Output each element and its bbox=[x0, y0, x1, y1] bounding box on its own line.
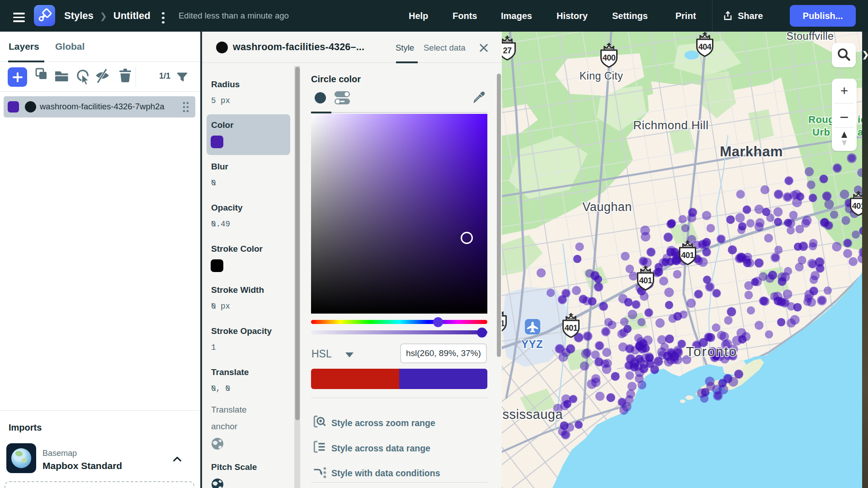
svg-text:YYZ: YYZ bbox=[521, 338, 543, 350]
svg-text:Vaughan: Vaughan bbox=[582, 200, 632, 214]
svg-text:401: 401 bbox=[565, 324, 578, 333]
svg-text:Mississauga: Mississauga bbox=[502, 407, 563, 422]
svg-text:Markham: Markham bbox=[720, 144, 783, 160]
svg-text:King City: King City bbox=[580, 70, 623, 82]
svg-text:401: 401 bbox=[639, 276, 652, 285]
svg-text:27: 27 bbox=[503, 46, 512, 55]
svg-text:401: 401 bbox=[681, 251, 694, 260]
svg-text:Richmond Hill: Richmond Hill bbox=[633, 118, 709, 132]
svg-text:Toronto: Toronto bbox=[686, 344, 737, 359]
svg-text:401: 401 bbox=[502, 319, 505, 328]
svg-text:404: 404 bbox=[698, 42, 712, 52]
svg-text:Urb: Urb bbox=[812, 127, 830, 138]
svg-text:400: 400 bbox=[603, 53, 616, 62]
svg-text:Roug: Roug bbox=[808, 114, 835, 125]
svg-text:Stouffville: Stouffville bbox=[787, 32, 834, 42]
